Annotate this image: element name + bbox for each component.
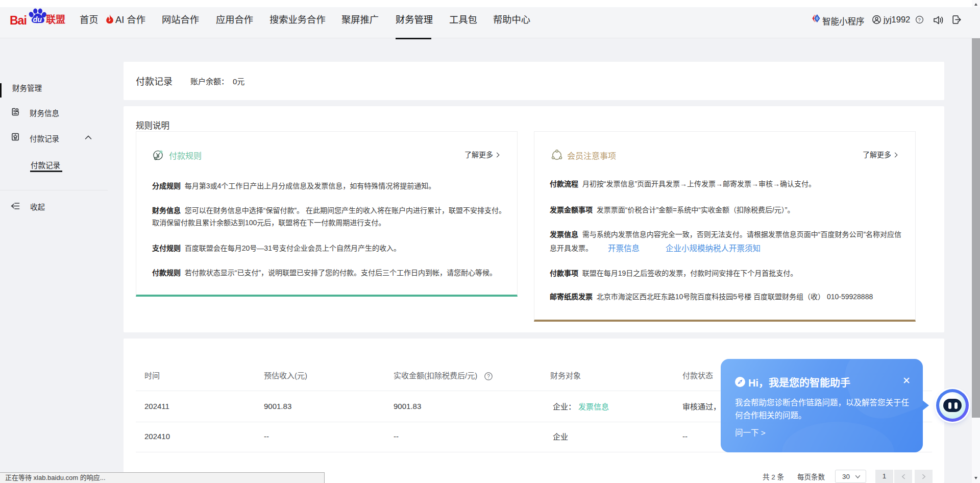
svg-text:?: ? — [487, 374, 490, 379]
svg-text:?: ? — [918, 17, 921, 22]
svg-text:du: du — [33, 15, 42, 23]
